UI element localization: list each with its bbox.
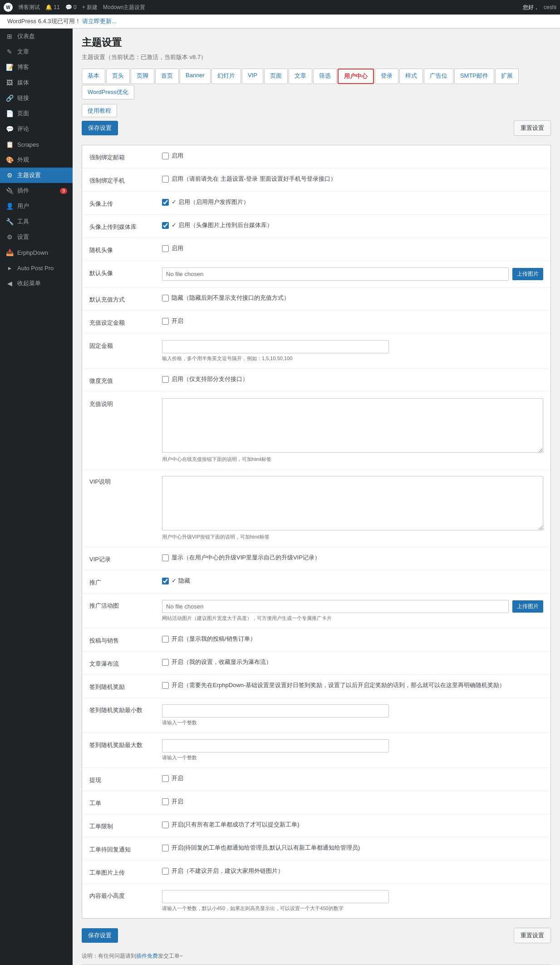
label-random-avatar-cb[interactable]: 启用: [172, 244, 183, 252]
label-ticket-image-cb[interactable]: 开启（不建议开启，建议大家用外链图片）: [172, 867, 284, 875]
label-ticket-limit-cb[interactable]: 开启(只有所有老工单都成功了才可以提交新工单): [172, 821, 300, 829]
updates-count[interactable]: 🔔 11: [45, 4, 60, 10]
label-ticket-cb[interactable]: 开启: [172, 797, 183, 806]
new-post[interactable]: + 新建: [82, 4, 98, 11]
checkbox-sign-random[interactable]: [162, 682, 169, 689]
label-ticket-notify-cb[interactable]: 开启(待回复的工单也都通知给管理员,默认只以有新工单都通知给管理员): [172, 844, 360, 852]
checkbox-invest-sales[interactable]: [162, 636, 169, 643]
promo-image-upload-btn[interactable]: 上传图片: [512, 600, 543, 613]
label-force-email-cb[interactable]: 启用: [172, 152, 183, 160]
label-min-recharge-cb[interactable]: 启用（仅支持部分支付接口）: [172, 375, 248, 383]
input-content-min-height[interactable]: 0: [162, 890, 389, 903]
checkbox-promotion[interactable]: [162, 578, 169, 584]
sidebar-item-scrapes[interactable]: 📋 Scrapes: [0, 137, 73, 152]
label-sign-random-cb[interactable]: 开启（需要先在ErphpDown-基础设置里设置好日签到奖励，设置了以后开启定奖…: [172, 681, 505, 689]
tab-user-center[interactable]: 用户中心: [338, 69, 374, 84]
tab-ads[interactable]: 广告位: [424, 69, 453, 84]
sidebar: ⊞ 仪表盘 ✎ 文章 📝 博客 🖼 媒体 🔗 链接 📄 页面 💬 评论 📋: [0, 29, 73, 965]
label-promotion-cb[interactable]: ✓ 隐藏: [172, 577, 190, 585]
sidebar-item-theme-settings[interactable]: ⚙ 主题设置: [0, 168, 73, 183]
checkbox-force-phone[interactable]: [162, 176, 169, 183]
tab-home[interactable]: 首页: [155, 69, 179, 84]
checkbox-recharge-limit[interactable]: [162, 318, 169, 325]
save-settings-top[interactable]: 保存设置: [82, 121, 118, 135]
textarea-vip-desc[interactable]: [162, 476, 543, 530]
label-recharge-limit-cb[interactable]: 开启: [172, 317, 183, 325]
sidebar-item-tools[interactable]: 🔧 工具: [0, 214, 73, 229]
checkbox-ticket-limit[interactable]: [162, 821, 169, 828]
sidebar-item-orders[interactable]: ◀ 收起菜单: [0, 276, 73, 291]
default-avatar-upload-btn[interactable]: 上传图片: [512, 268, 543, 280]
tab-header[interactable]: 页头: [106, 69, 130, 84]
tab-basic[interactable]: 基本: [82, 69, 105, 84]
form-row-random-avatar: 随机头像 启用: [82, 238, 550, 261]
tab-tutorial[interactable]: 使用教程: [82, 104, 117, 117]
tab-slider[interactable]: 幻灯片: [211, 69, 241, 84]
sidebar-item-comments[interactable]: 💬 评论: [0, 121, 73, 137]
sidebar-item-media[interactable]: 🖼 媒体: [0, 75, 73, 90]
checkbox-ticket-notify[interactable]: [162, 845, 169, 851]
save-settings-bottom[interactable]: 保存设置: [82, 928, 118, 943]
checkbox-avatar-media[interactable]: [162, 222, 169, 229]
wp-logo[interactable]: W: [4, 3, 13, 12]
comments-count[interactable]: 💬 0: [65, 4, 77, 10]
tab-banner[interactable]: Banner: [180, 69, 211, 84]
input-sign-min[interactable]: 0: [162, 704, 389, 718]
theme-icon: ⚙: [5, 171, 14, 179]
label-avatar-upload-cb[interactable]: ✓ 启用（启用用户发挥图片）: [172, 198, 249, 206]
reset-settings-top[interactable]: 重置设置: [514, 120, 551, 136]
tab-style[interactable]: 样式: [399, 69, 423, 84]
input-fixed-amount[interactable]: 1,5,10,50,100: [162, 340, 389, 353]
sidebar-item-dashboard[interactable]: ⊞ 仪表盘: [0, 29, 73, 44]
checkbox-force-email[interactable]: [162, 153, 169, 159]
sidebar-item-settings[interactable]: ⚙ 设置: [0, 229, 73, 245]
sidebar-item-pages[interactable]: 📄 页面: [0, 106, 73, 121]
tab-page[interactable]: 页面: [264, 69, 288, 84]
textarea-recharge-desc[interactable]: [162, 398, 543, 453]
checkbox-random-avatar[interactable]: [162, 245, 169, 252]
checkbox-ticket-image[interactable]: [162, 868, 169, 875]
checkbox-withdraw[interactable]: [162, 775, 169, 782]
label-invest-sales-cb[interactable]: 开启（显示我的投稿/销售订单）: [172, 635, 256, 643]
footer-link[interactable]: 插件免费: [136, 953, 158, 959]
update-link[interactable]: 请立即更新...: [82, 18, 117, 25]
checkbox-avatar-upload[interactable]: [162, 199, 169, 206]
label-vip-record-cb[interactable]: 显示（在用户中心的升级VIP里显示自己的升级VIP记录）: [172, 554, 320, 562]
tab-login[interactable]: 登录: [375, 69, 398, 84]
checkbox-ticket[interactable]: [162, 798, 169, 805]
tab-extend[interactable]: 扩展: [495, 69, 519, 84]
checkbox-waterfall[interactable]: [162, 659, 169, 666]
label-default-payment-cb[interactable]: 隐藏（隐藏后则不显示支付接口的充值方式）: [172, 294, 290, 302]
form-row-content-min-height: 内容最小高度 0 请输入一个整数，默认小450，如果左则高亮显示出，可以设置一个…: [82, 884, 550, 918]
checkbox-default-payment[interactable]: [162, 295, 169, 302]
label-force-phone-cb[interactable]: 启用（请前请先在 主题设置-登录 里面设置好手机号登录接口）: [172, 175, 336, 183]
sidebar-item-appearance[interactable]: 🎨 外观: [0, 152, 73, 168]
sidebar-item-plugins[interactable]: 🔌 插件 9: [0, 183, 73, 198]
tab-footer[interactable]: 页脚: [131, 69, 154, 84]
tab-filter[interactable]: 筛选: [313, 69, 337, 84]
label-withdraw-cb[interactable]: 开启: [172, 774, 183, 782]
control-sign-min: 0 请输入一个整数: [162, 704, 543, 726]
tab-article[interactable]: 文章: [289, 69, 312, 84]
sidebar-item-posts[interactable]: ✎ 文章: [0, 44, 73, 59]
hint-fixed-amount: 输入价格，多个用半角英文逗号隔开，例如：1,5,10,50,100: [162, 355, 543, 362]
tab-wp-optimize[interactable]: WordPress优化: [82, 85, 134, 99]
sidebar-item-erphpdown[interactable]: 📥 ErphpDown: [0, 245, 73, 260]
checkbox-min-recharge[interactable]: [162, 376, 169, 383]
site-name[interactable]: 博客测试: [18, 4, 40, 11]
label-waterfall-cb[interactable]: 开启（我的设置，收藏显示为瀑布流）: [172, 658, 272, 666]
control-avatar-upload: ✓ 启用（启用用户发挥图片）: [162, 198, 543, 206]
sidebar-item-blog[interactable]: 📝 博客: [0, 59, 73, 75]
current-user[interactable]: ceshi: [544, 4, 556, 10]
sidebar-item-users[interactable]: 👤 用户: [0, 198, 73, 214]
checkbox-vip-record[interactable]: [162, 554, 169, 561]
sidebar-item-autopost[interactable]: ▸ Auto Post Pro: [0, 260, 73, 276]
tab-vip[interactable]: VIP: [242, 69, 263, 84]
label-avatar-media-cb[interactable]: ✓ 启用（头像图片上传到后台媒体库）: [172, 221, 273, 229]
reset-settings-bottom[interactable]: 重置设置: [514, 928, 551, 943]
theme-settings-link[interactable]: Modown主题设置: [103, 4, 145, 11]
input-sign-max[interactable]: 0: [162, 739, 389, 752]
tab-smtp[interactable]: SMTP邮件: [454, 69, 494, 84]
control-force-email: 启用: [162, 152, 543, 160]
sidebar-item-links[interactable]: 🔗 链接: [0, 90, 73, 106]
